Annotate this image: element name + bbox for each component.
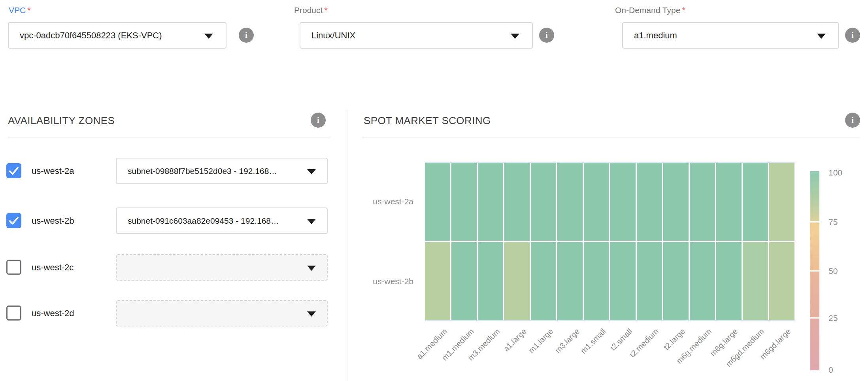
- product-select[interactable]: Linux/UNIX: [300, 22, 533, 49]
- zone-label: us-west-2b: [32, 216, 74, 226]
- subnet-select-us-west-2c[interactable]: [116, 254, 328, 281]
- subnet-select-us-west-2d[interactable]: [116, 300, 328, 326]
- heatmap-cell-us-west-2a-a1.medium: [425, 163, 450, 241]
- product-label: Product*: [294, 6, 328, 15]
- required-asterisk: *: [324, 6, 327, 15]
- colorbar-tick-50: 50: [828, 266, 838, 276]
- heatmap-x-label-t2.small: t2.small: [608, 327, 634, 353]
- section-rule: [8, 138, 330, 138]
- heatmap-cell-us-west-2b-t2.large: [663, 242, 689, 320]
- heatmap-cell-us-west-2b-t2.medium: [637, 242, 662, 320]
- heatmap-x-axis-labels: a1.mediumm1.mediumm3.mediuma1.largem1.la…: [425, 327, 794, 381]
- heatmap-cell-us-west-2a-m6g.large: [716, 163, 742, 241]
- chevron-down-icon: [307, 219, 316, 224]
- spot-market-heatmap: [425, 162, 794, 321]
- check-icon: [8, 215, 20, 226]
- check-icon: [8, 165, 20, 177]
- zone-label: us-west-2c: [32, 262, 74, 273]
- heatmap-x-label-a1.large: a1.large: [502, 327, 528, 353]
- chevron-down-icon: [307, 169, 316, 174]
- vpc-info-icon[interactable]: i: [239, 28, 254, 43]
- heatmap-cell-us-west-2a-t2.small: [610, 163, 636, 241]
- heatmap-cell-us-west-2a-m6gd.large: [769, 163, 794, 241]
- zone-label: us-west-2d: [32, 308, 74, 319]
- spot-market-scoring-info-icon[interactable]: i: [845, 113, 860, 128]
- heatmap-cell-us-west-2b-m6g.medium: [690, 242, 715, 320]
- heatmap-cell-us-west-2b-m3.medium: [478, 242, 503, 320]
- heatmap-cell-us-west-2a-m3.large: [557, 163, 583, 241]
- heatmap-cell-us-west-2a-t2.large: [663, 163, 689, 241]
- checkbox-us-west-2a[interactable]: [6, 163, 21, 178]
- availability-zones-info-icon[interactable]: i: [311, 113, 326, 128]
- subnet-select-value: subnet-091c603aa82e09453 - 192.168…: [117, 216, 327, 226]
- section-rule: [362, 138, 860, 138]
- colorbar-tick-100: 100: [828, 168, 842, 177]
- heatmap-cell-us-west-2b-t2.small: [610, 242, 636, 320]
- on-demand-type-select[interactable]: a1.medium: [622, 22, 839, 49]
- availability-zones-title: AVAILABILITY ZONES: [8, 115, 115, 127]
- heatmap-row-label-us-west-2b: us-west-2b: [348, 277, 413, 286]
- heatmap-cell-us-west-2a-m6g.medium: [690, 163, 715, 241]
- required-asterisk: *: [27, 6, 30, 15]
- product-select-value: Linux/UNIX: [300, 30, 532, 41]
- heatmap-cell-us-west-2a-m6gd.medium: [743, 163, 768, 241]
- spot-configuration-page: VPC* vpc-0adcb70f645508223 (EKS-VPC) i P…: [0, 0, 868, 381]
- heatmap-cell-us-west-2b-m3.large: [557, 242, 583, 320]
- heatmap-cell-us-west-2a-t2.medium: [637, 163, 662, 241]
- colorbar-tick-0: 0: [828, 365, 833, 375]
- heatmap-row-label-us-west-2a: us-west-2a: [348, 197, 413, 206]
- heatmap-cell-us-west-2b-m1.small: [584, 242, 609, 320]
- heatmap-x-label-t2.large: t2.large: [662, 327, 687, 352]
- checkbox-us-west-2d[interactable]: [6, 306, 21, 321]
- heatmap-cell-us-west-2b-a1.medium: [425, 242, 450, 320]
- colorbar-segment-100-75: [810, 171, 819, 221]
- heatmap-cell-us-west-2a-m1.small: [584, 163, 609, 241]
- product-info-icon[interactable]: i: [539, 28, 554, 43]
- heatmap-x-label-m3.large: m3.large: [553, 327, 581, 355]
- on-demand-type-select-value: a1.medium: [623, 30, 838, 41]
- heatmap-cell-us-west-2b-m1.medium: [451, 242, 477, 320]
- chevron-down-icon: [307, 266, 316, 271]
- colorbar-tick-75: 75: [828, 217, 838, 227]
- heatmap-cell-us-west-2a-a1.large: [504, 163, 530, 241]
- heatmap-cell-us-west-2a-m1.large: [531, 163, 556, 241]
- checkbox-us-west-2b[interactable]: [6, 213, 21, 228]
- heatmap-cell-us-west-2a-m1.medium: [451, 163, 477, 241]
- checkbox-us-west-2c[interactable]: [6, 260, 21, 275]
- vpc-label: VPC*: [9, 6, 30, 15]
- chevron-down-icon: [307, 311, 316, 317]
- colorbar-segment-50-25: [810, 272, 819, 317]
- colorbar-segment-75-50: [810, 223, 819, 270]
- colorbar-tick-25: 25: [828, 313, 838, 323]
- heatmap-x-label-m1.large: m1.large: [527, 327, 555, 355]
- vpc-select[interactable]: vpc-0adcb70f645508223 (EKS-VPC): [8, 22, 226, 49]
- heatmap-cell-us-west-2b-m6gd.medium: [743, 242, 768, 320]
- spot-market-scoring-title: SPOT MARKET SCORING: [364, 115, 491, 127]
- vpc-select-value: vpc-0adcb70f645508223 (EKS-VPC): [9, 30, 226, 41]
- heatmap-cell-us-west-2b-m1.large: [531, 242, 556, 320]
- colorbar-segment-25-0: [810, 319, 819, 370]
- heatmap-cell-us-west-2b-m6g.large: [716, 242, 742, 320]
- subnet-select-value: subnet-09888f7be5152d0e3 - 192.168…: [117, 166, 327, 176]
- required-asterisk: *: [682, 6, 685, 15]
- heatmap-cell-us-west-2b-a1.large: [504, 242, 530, 320]
- heatmap-cell-us-west-2a-m3.medium: [478, 163, 503, 241]
- heatmap-cell-us-west-2b-m6gd.large: [769, 242, 794, 320]
- score-colorbar: [810, 171, 819, 370]
- on-demand-type-label: On-Demand Type*: [615, 6, 685, 15]
- on-demand-type-info-icon[interactable]: i: [845, 28, 860, 43]
- heatmap-x-label-m1.small: m1.small: [579, 327, 608, 356]
- subnet-select-us-west-2b[interactable]: subnet-091c603aa82e09453 - 192.168…: [116, 207, 328, 234]
- chevron-down-icon: [204, 34, 213, 39]
- panel-divider: [347, 110, 347, 381]
- zone-label: us-west-2a: [32, 166, 74, 176]
- subnet-select-us-west-2a[interactable]: subnet-09888f7be5152d0e3 - 192.168…: [116, 158, 328, 184]
- chevron-down-icon: [511, 34, 519, 39]
- chevron-down-icon: [817, 34, 826, 39]
